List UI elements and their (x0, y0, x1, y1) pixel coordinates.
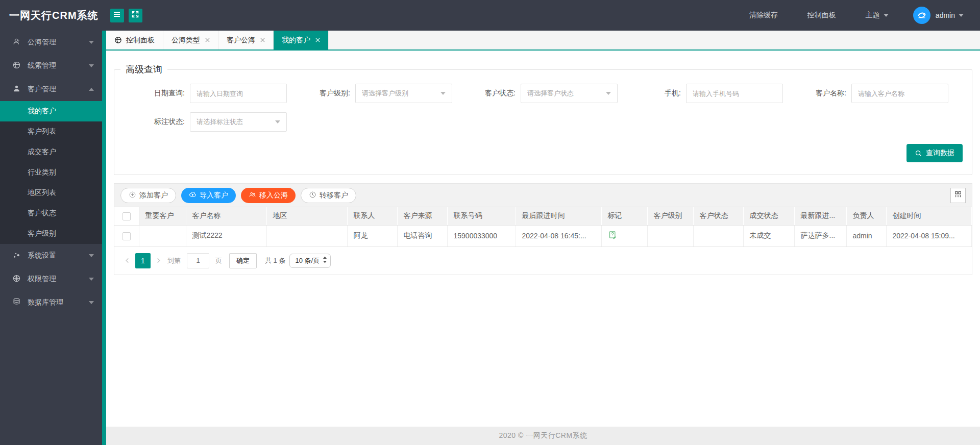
select-placeholder: 请选择客户级别 (362, 89, 440, 98)
sidebar-subitem-label: 我的客户 (28, 107, 56, 116)
field-label: 客户状态: (464, 89, 516, 98)
page-size-value: 10 条/页 (295, 256, 320, 265)
sidebar: 公海管理 线索管理 客户管理 我的客户 (0, 31, 102, 445)
sidebar-item-region-list[interactable]: 地区列表 (0, 183, 102, 203)
collapse-menu-button[interactable] (110, 9, 124, 22)
date-query-input[interactable] (190, 84, 287, 103)
sidebar-item-lead-management[interactable]: 线索管理 (0, 54, 102, 78)
cell-customer-name: 测试2222 (186, 225, 266, 246)
pagination-page-1[interactable]: 1 (135, 253, 151, 268)
tab-pool-type[interactable]: 公海类型 (163, 31, 218, 50)
sidebar-item-customer-level[interactable]: 客户级别 (0, 224, 102, 244)
phone-input[interactable] (686, 84, 783, 103)
sidebar-item-customer-status[interactable]: 客户状态 (0, 203, 102, 224)
sidebar-item-pool-management[interactable]: 公海管理 (0, 31, 102, 54)
close-icon[interactable] (315, 38, 320, 42)
chevron-down-icon (89, 278, 94, 281)
sidebar-subitem-label: 成交客户 (28, 147, 56, 157)
move-to-pool-button[interactable]: 移入公海 (241, 188, 296, 203)
customer-name-input[interactable] (851, 84, 948, 103)
nodes-icon (12, 251, 28, 261)
col-level: 客户级别 (647, 207, 693, 225)
cell-last-follow-time: 2022-04-08 16:45:... (516, 225, 601, 246)
cell-level (647, 225, 693, 246)
sidebar-item-customer-list[interactable]: 客户列表 (0, 121, 102, 142)
chevron-down-icon (89, 41, 94, 44)
sidebar-item-my-customers[interactable]: 我的客户 (0, 101, 102, 121)
sidebar-item-label: 公海管理 (28, 38, 89, 47)
select-all-checkbox[interactable] (122, 212, 131, 220)
cell-deal-status: 未成交 (743, 225, 794, 246)
button-label: 转移客户 (320, 191, 348, 200)
theme-label: 主题 (866, 11, 880, 20)
search-data-button[interactable]: 查询数据 (906, 144, 963, 162)
mark-question-edit-icon[interactable] (608, 230, 618, 240)
customer-level-select[interactable]: 请选择客户级别 (355, 84, 452, 103)
sidebar-item-label: 数据库管理 (28, 298, 89, 307)
chevron-down-icon (89, 254, 94, 257)
page-content: 高级查询 日期查询: 客户级别: 请选择客户级别 客户状态: (106, 51, 980, 427)
tab-my-customers[interactable]: 我的客户 (274, 31, 329, 50)
field-label: 标注状态: (134, 117, 185, 127)
chevron-down-icon (89, 64, 94, 67)
tab-customer-pool[interactable]: 客户公海 (218, 31, 274, 50)
spinner-arrows-icon (323, 256, 327, 265)
cell-create-time: 2022-04-08 15:09... (886, 225, 972, 246)
customer-table: 重要客户 客户名称 地区 联系人 客户来源 联系号码 最后跟进时间 标记 客户级… (114, 207, 972, 247)
field-customer-name: 客户名称: (795, 84, 961, 103)
sidebar-item-deal-customers[interactable]: 成交客户 (0, 142, 102, 162)
page-size-select[interactable]: 10 条/页 (289, 254, 331, 268)
select-placeholder: 请选择客户状态 (527, 89, 606, 98)
sidebar-subitem-label: 行业类别 (28, 168, 56, 177)
cell-phone: 15900033000 (447, 225, 516, 246)
goto-page-input[interactable] (187, 253, 209, 268)
fullscreen-button[interactable] (129, 9, 142, 22)
fullscreen-icon (131, 10, 139, 20)
advanced-query-title: 高级查询 (120, 63, 167, 76)
sidebar-item-customer-management[interactable]: 客户管理 (0, 78, 102, 101)
tab-dashboard[interactable]: 控制面板 (106, 31, 163, 50)
sidebar-item-label: 权限管理 (28, 275, 89, 284)
control-panel-link[interactable]: 控制面板 (807, 11, 836, 20)
clear-cache-link[interactable]: 清除缓存 (749, 11, 778, 20)
customer-status-select[interactable]: 请选择客户状态 (521, 84, 618, 103)
search-button-label: 查询数据 (926, 149, 954, 158)
field-customer-level: 客户级别: 请选择客户级别 (299, 84, 464, 103)
column-settings-button[interactable] (950, 188, 966, 203)
pagination-bar: 1 到第 页 确定 共 1 条 10 条/页 (114, 247, 972, 275)
plus-circle-icon (129, 191, 136, 200)
table-row: 测试2222 阿龙 电话咨询 15900033000 2022-04-08 16… (114, 225, 972, 246)
field-label: 客户名称: (795, 89, 846, 98)
col-last-follow-time: 最后跟进时间 (516, 207, 601, 225)
sidebar-subitem-label: 客户级别 (28, 229, 56, 238)
close-icon[interactable] (260, 38, 265, 42)
main-area: 控制面板 公海类型 客户公海 我的客户 (106, 31, 980, 445)
import-customer-button[interactable]: 导入客户 (181, 188, 236, 203)
col-customer-name: 客户名称 (186, 207, 266, 225)
transfer-customer-button[interactable]: 转移客户 (301, 188, 356, 203)
field-mark-status: 标注状态: 请选择标注状态 (134, 112, 299, 132)
goto-confirm-button[interactable]: 确定 (229, 253, 257, 268)
top-header: 一网天行CRM系统 清除缓存 控制面板 主题 (0, 0, 980, 31)
mark-status-select[interactable]: 请选择标注状态 (190, 112, 287, 132)
pagination-prev-button[interactable] (121, 258, 133, 263)
cell-status (693, 225, 743, 246)
users-icon (12, 37, 28, 47)
row-checkbox[interactable] (122, 232, 131, 240)
customer-management-submenu: 我的客户 客户列表 成交客户 行业类别 地区列表 客户状态 客户级别 (0, 101, 102, 244)
sidebar-item-database-management[interactable]: 数据库管理 (0, 291, 102, 314)
clock-icon (309, 191, 316, 200)
sidebar-item-permission-management[interactable]: 权限管理 (0, 267, 102, 291)
footer-text: 2020 © 一网天行CRM系统 (499, 431, 587, 440)
add-customer-button[interactable]: 添加客户 (120, 188, 176, 203)
col-owner: 负责人 (846, 207, 886, 225)
user-dropdown[interactable]: admin (936, 11, 964, 19)
sidebar-item-industry-category[interactable]: 行业类别 (0, 162, 102, 183)
avatar[interactable] (913, 7, 930, 24)
theme-dropdown[interactable]: 主题 (866, 11, 889, 20)
chevron-up-icon (89, 88, 94, 91)
close-icon[interactable] (205, 38, 210, 42)
pagination-next-button[interactable] (153, 258, 164, 263)
globe-icon (12, 61, 28, 71)
sidebar-item-system-settings[interactable]: 系统设置 (0, 244, 102, 267)
